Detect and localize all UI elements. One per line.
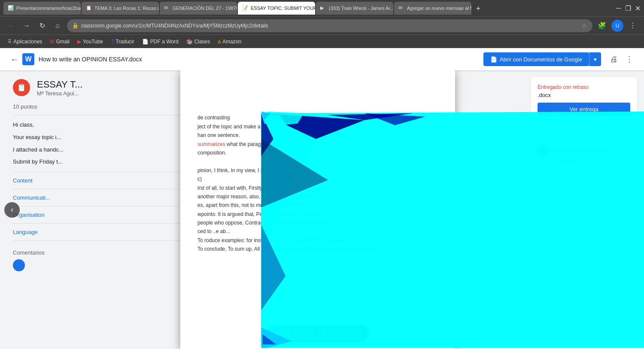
bookmark-clases[interactable]: 📚 Clases — [184, 38, 213, 46]
doc-back-button[interactable]: ← — [7, 52, 22, 67]
tab-3[interactable]: ✉ GENERACIÓN DEL 27 - 198709... ✕ — [160, 2, 237, 15]
private-comments-card: Comentarios privados Comentario a Mª Ter… — [531, 128, 637, 170]
pdf-linking-1: pinion, I think, In my view, I strongly … — [197, 166, 438, 175]
pdf-intro — [197, 88, 438, 96]
home-button[interactable]: ⌂ — [52, 20, 64, 32]
close-button[interactable]: ✕ — [635, 5, 641, 11]
tab-3-favicon: ✉ — [164, 5, 170, 11]
bookmark-traducir-label: Traducir — [115, 39, 134, 45]
tab-2-label: TEMA 3: Las Rocas 1: Rocas igne... — [94, 6, 159, 11]
tab-6-favicon: ✉ — [398, 5, 404, 11]
pdf-page-current: 1 — [293, 331, 296, 337]
print-button[interactable]: 🖨 — [606, 52, 622, 67]
pdf-linking-4: another major reason, also, furthermore,… — [197, 192, 438, 201]
tab-5-label: (333) Train Wreck - James Ar... — [329, 6, 393, 11]
assignment-teacher: Mª Teresa Agui... — [37, 90, 82, 97]
pdf-linking-2: c) — [197, 175, 438, 183]
new-tab-button[interactable]: + — [472, 3, 484, 15]
tab-6[interactable]: ✉ Agregar un nuevo mensaje al fo... ✕ — [394, 2, 471, 15]
criteria-content-label[interactable]: Content — [13, 177, 33, 184]
bookmark-amazon-label: Amazon — [222, 39, 241, 45]
pdf-zoom-in-button[interactable]: + — [350, 328, 362, 340]
pdf-line-4: composition. — [197, 149, 438, 157]
pdf-content: de contrasting ject of the topic and mak… — [180, 70, 455, 349]
address-bar[interactable]: 🔒 classroom.google.com/u/1/c/MTU4NDI4NzA… — [67, 19, 592, 32]
tab-2[interactable]: 📋 TEMA 3: Las Rocas 1: Rocas igne... ✕ — [82, 2, 159, 15]
bookmark-gmail-label: Gmail — [56, 39, 69, 45]
tab-6-label: Agregar un nuevo mensaje al fo... — [407, 6, 471, 11]
bookmark-traducir[interactable]: T Traducir — [108, 38, 137, 46]
pdf-page-total: 2 — [310, 331, 313, 337]
bookmark-clases-label: Clases — [194, 39, 210, 45]
address-text: classroom.google.com/u/1/c/MTU4NDI4NzAxN… — [81, 23, 579, 29]
main-content: 📋 ESSAY T... Mª Teresa Agui... 10 puntos… — [0, 70, 644, 349]
bookmark-pdf-word[interactable]: 📄 PDF a Word — [140, 38, 181, 46]
private-label: Comentarios privados — [538, 135, 630, 141]
tab-4-label: ESSAY TOPIC: SUBMIT YOUR ESS... — [251, 6, 315, 11]
extensions-icon[interactable]: 🧩 — [596, 20, 608, 32]
profile-avatar[interactable]: U — [611, 20, 623, 32]
more-menu-icon[interactable]: ⋮ — [627, 20, 639, 32]
bookmark-star-icon[interactable]: ☆ — [582, 22, 587, 29]
window-controls: ─ ❐ ✕ — [616, 5, 641, 11]
criteria-comm-label[interactable]: Communicati... — [13, 194, 50, 201]
tab-4-favicon: 📝 — [242, 5, 248, 11]
pdf-linking-7: people who oppose, Contrary to what most… — [197, 219, 438, 227]
pdf-search-button[interactable]: 🔍 — [318, 328, 330, 340]
pdf-toolbar: Página 1 de 2 🔍 - + — [266, 325, 369, 342]
doc-more-button[interactable]: ⋮ — [622, 52, 637, 67]
browser-frame: 📊 Presentacionmetamorficas2bach... ✕ 📋 T… — [0, 0, 644, 349]
translate-icon: T — [111, 39, 114, 45]
open-docs-dropdown[interactable]: ▾ — [589, 52, 601, 66]
open-in-docs-button[interactable]: 📄 Abrir con Documentos de Google — [483, 52, 589, 66]
pdf-line-2: han one sentence. — [197, 131, 438, 140]
pdf-viewer: de contrasting ject of the topic and mak… — [180, 70, 455, 349]
open-doc-button-group: 📄 Abrir con Documentos de Google ▾ — [483, 52, 601, 66]
reload-button[interactable]: ↻ — [36, 20, 48, 32]
tab-5[interactable]: ▶ (333) Train Wreck - James Ar... ✕ — [316, 2, 393, 15]
title-bar: 📊 Presentacionmetamorficas2bach... ✕ 📋 T… — [0, 0, 644, 16]
nav-bar: ← → ↻ ⌂ 🔒 classroom.google.com/u/1/c/MTU… — [0, 16, 644, 34]
submission-card: Entregado con retraso .docx Ver entrega — [531, 77, 637, 123]
restore-button[interactable]: ❐ — [625, 5, 631, 11]
pdf-linking-10: To conclude, To sum up, All in all, All … — [197, 245, 438, 253]
bookmark-amazon[interactable]: a Amazon — [215, 38, 244, 46]
bookmark-aplicaciones[interactable]: ⠿ Aplicaciones — [5, 38, 45, 46]
pdf-linking-6: wpoints: It is argued that, People argue… — [197, 210, 438, 219]
forward-button[interactable]: → — [21, 20, 33, 32]
tab-5-favicon: ▶ — [320, 5, 326, 11]
page-body: 📋 ESSAY T... Mª Teresa Agui... 10 puntos… — [0, 70, 644, 349]
open-docs-label: Abrir con Documentos de Google — [500, 56, 582, 63]
doc-viewer-header: ← W How to write an OPINION ESSAY.docx 📄… — [0, 48, 644, 70]
pdf-linking-8: ced to ..e ab... — [197, 227, 438, 236]
pdf-line-3: summarizes what the paragraph is — [197, 140, 438, 149]
nav-back-arrow[interactable]: ‹ — [4, 202, 20, 218]
back-button[interactable]: ← — [5, 20, 17, 32]
bookmark-youtube-label: YouTube — [83, 39, 103, 45]
pdf-linking-9: To roduce examples: for instance, such a… — [197, 236, 438, 245]
bookmark-gmail[interactable]: M Gmail — [47, 38, 72, 46]
bookmark-pdf-label: PDF a Word — [150, 39, 179, 45]
tab-4[interactable]: 📝 ESSAY TOPIC: SUBMIT YOUR ESS... ✕ — [238, 2, 315, 15]
bookmarks-bar: ⠿ Aplicaciones M Gmail ▶ YouTube T Tradu… — [0, 34, 644, 48]
word-app-icon: W — [22, 53, 34, 65]
submission-status-label: Entregado con retraso — [538, 84, 630, 90]
pdf-icon: 📄 — [142, 39, 149, 45]
submission-filename: .docx — [538, 92, 630, 98]
criteria-lang-label[interactable]: Language — [13, 229, 38, 235]
pdf-zoom-out-button[interactable]: - — [334, 328, 346, 340]
pdf-linking-5: es, apart from this, not to mention the … — [197, 201, 438, 209]
bookmark-youtube[interactable]: ▶ YouTube — [75, 38, 106, 46]
apps-icon: ⠿ — [8, 39, 12, 45]
tab-3-label: GENERACIÓN DEL 27 - 198709... — [173, 6, 237, 11]
view-submission-button[interactable]: Ver entrega — [538, 103, 630, 116]
tab-1[interactable]: 📊 Presentacionmetamorficas2bach... ✕ — [3, 2, 81, 15]
tab-2-favicon: 📋 — [86, 5, 92, 11]
gmail-icon: M — [50, 39, 54, 45]
bookmark-aplicaciones-label: Aplicaciones — [13, 39, 42, 45]
pdf-line-3-suffix: what the paragraph is — [227, 141, 276, 147]
sidebar-right: Entregado con retraso .docx Ver entrega … — [524, 70, 644, 182]
minimize-button[interactable]: ─ — [616, 5, 622, 11]
tab-1-favicon: 📊 — [8, 5, 14, 11]
tab-1-label: Presentacionmetamorficas2bach... — [16, 6, 81, 11]
